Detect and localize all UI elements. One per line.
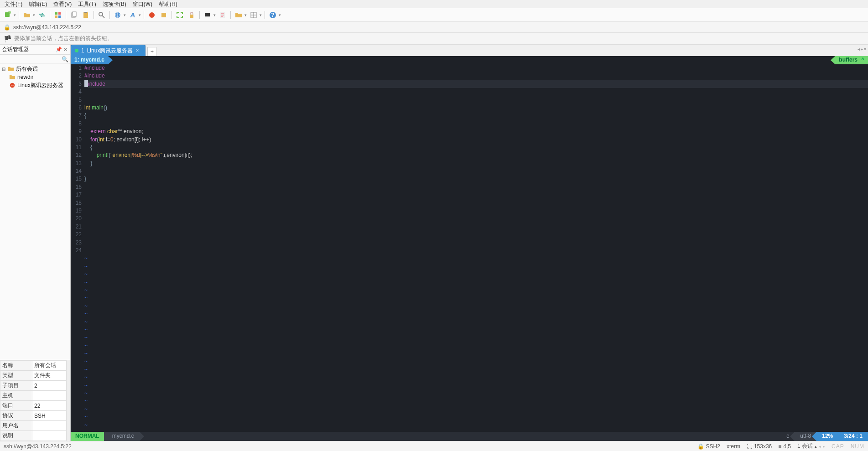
svg-rect-2: [55, 12, 57, 15]
stop-button[interactable]: [159, 10, 169, 20]
prop-children-k: 子项目: [0, 381, 32, 391]
vim-statusline: NORMAL mycmd.c c utf-8 12% 3/24 : 1: [71, 432, 868, 441]
address-bar: 🔒 ssh://wyn@43.143.224.5:22: [0, 22, 868, 33]
menu-window[interactable]: 窗口(W): [130, 0, 155, 8]
svg-rect-14: [161, 13, 166, 17]
fullscreen-button[interactable]: [175, 10, 185, 20]
add-session-icon[interactable]: 🏴: [4, 35, 11, 42]
code-area: 123456789101112131415161718192021222324 …: [71, 64, 868, 432]
editor-column: 1 Linux腾讯云服务器 × + ◂ ▸ ▾ 1: mycmd.c buffe…: [71, 45, 868, 441]
status-ssh: 🔒SSH2: [697, 443, 720, 450]
prop-port-v: 22: [32, 401, 67, 411]
status-num: NUM: [851, 443, 864, 450]
search-icon: 🔍: [62, 56, 68, 62]
tab-linuxserver[interactable]: 1 Linux腾讯云服务器 ×: [71, 45, 146, 56]
tree-root[interactable]: ⊟ 所有会话: [0, 65, 70, 73]
menu-help[interactable]: 帮助(H): [156, 0, 180, 8]
globe-button[interactable]: [113, 10, 123, 20]
terminal[interactable]: 1: mycmd.c buffers^ 12345678910111213141…: [71, 56, 868, 441]
close-icon[interactable]: ✕: [62, 47, 68, 52]
open-folder-button[interactable]: [22, 10, 32, 20]
prop-proto-v: SSH: [32, 411, 67, 421]
address-text[interactable]: ssh://wyn@43.143.224.5:22: [13, 24, 81, 31]
tabstrip: 1 Linux腾讯云服务器 × + ◂ ▸ ▾: [71, 45, 868, 56]
cursor-icon: ≡: [778, 443, 781, 450]
dropdown-icon[interactable]: ▾: [279, 13, 281, 17]
pin-icon[interactable]: 📌: [56, 47, 62, 52]
line-number-gutter: 123456789101112131415161718192021222324: [71, 64, 84, 432]
dropdown-icon[interactable]: ▾: [33, 13, 35, 17]
menu-tabs[interactable]: 选项卡(B): [100, 0, 129, 8]
prop-desc-v: [32, 431, 67, 441]
help-button[interactable]: ?: [268, 10, 278, 20]
status-cursor: ≡4,5: [778, 443, 791, 450]
dropdown-icon[interactable]: ▾: [14, 13, 16, 17]
prop-proto-k: 协议: [0, 411, 32, 421]
terminal-button[interactable]: [203, 10, 213, 20]
menu-file[interactable]: 文件(F): [2, 0, 25, 8]
svg-point-13: [149, 12, 155, 18]
tree-item-label: Linux腾讯云服务器: [17, 82, 63, 89]
session-tree: ⊟ 所有会话 newdir Linux腾讯云服务器: [0, 64, 70, 360]
prop-scrollbar[interactable]: [67, 360, 70, 441]
tab-nav: ◂ ▸ ▾: [858, 47, 866, 52]
menu-view[interactable]: 查看(V): [51, 0, 74, 8]
tree-root-label: 所有会话: [16, 65, 38, 73]
transfer-button[interactable]: [37, 10, 47, 20]
folder2-button[interactable]: [234, 10, 244, 20]
search-button[interactable]: [97, 10, 107, 20]
session-icon: [9, 82, 16, 88]
tab-close-icon[interactable]: ×: [135, 47, 139, 54]
tab-prev-icon[interactable]: ◂: [858, 47, 860, 52]
new-tab-button[interactable]: +: [147, 47, 156, 56]
chevron-up-icon: ▴: [815, 444, 817, 449]
tree-item-linuxserver[interactable]: Linux腾讯云服务器: [0, 81, 70, 89]
prop-host-v: [32, 391, 67, 401]
svg-rect-17: [205, 13, 210, 16]
prop-type-k: 类型: [0, 371, 32, 381]
tree-item-newdir[interactable]: newdir: [0, 73, 70, 81]
collapse-icon[interactable]: ⊟: [1, 67, 6, 72]
svg-rect-4: [58, 12, 61, 15]
tab-next-icon[interactable]: ▸: [861, 47, 863, 52]
dropdown-icon[interactable]: ▾: [260, 13, 262, 17]
record-button[interactable]: [147, 10, 157, 20]
caret-icon: ^: [861, 56, 864, 64]
status-sessions[interactable]: 1 会话 ▴ ◂ ▸: [797, 442, 825, 450]
sidebar: 会话管理器 📌 ✕ 🔍 ⊟ 所有会话 newdir Linux腾讯云服务器: [0, 45, 71, 441]
dropdown-icon[interactable]: ▾: [139, 13, 141, 17]
dropdown-icon[interactable]: ▾: [124, 13, 126, 17]
vim-position: 3/24 : 1: [838, 432, 868, 441]
script-button[interactable]: [218, 10, 228, 20]
code-content[interactable]: #include #include include int main(){ ex…: [84, 64, 868, 432]
copy-button[interactable]: [69, 10, 79, 20]
reconnect-button[interactable]: [53, 10, 63, 20]
buffers-indicator: buffers^: [835, 56, 868, 64]
lock-button[interactable]: [187, 10, 197, 20]
prop-port-k: 端口: [0, 401, 32, 411]
dropdown-icon[interactable]: ▾: [213, 13, 216, 17]
chevron-right-icon: ▸: [823, 444, 825, 449]
prop-name-k: 名称: [0, 361, 32, 371]
status-size: ⛶153x36: [747, 443, 772, 450]
prop-user-v: [32, 421, 67, 431]
app-statusbar: ssh://wyn@43.143.224.5:22 🔒SSH2 xterm ⛶1…: [0, 441, 868, 451]
sidebar-search[interactable]: 🔍: [0, 55, 70, 64]
svg-rect-7: [73, 12, 76, 16]
sidebar-title: 会话管理器: [2, 46, 29, 53]
menu-edit[interactable]: 编辑(E): [26, 0, 50, 8]
new-session-button[interactable]: [3, 10, 13, 20]
vim-mode: NORMAL: [71, 432, 104, 441]
font-button[interactable]: A: [128, 10, 138, 20]
layout-button[interactable]: [249, 10, 259, 20]
dropdown-icon[interactable]: ▾: [244, 13, 247, 17]
paste-button[interactable]: [81, 10, 91, 20]
prop-children-v: 2: [32, 381, 67, 391]
resize-icon: ⛶: [747, 443, 752, 450]
menu-tools[interactable]: 工具(T): [75, 0, 99, 8]
svg-point-10: [99, 12, 103, 16]
tab-menu-icon[interactable]: ▾: [864, 47, 866, 52]
prop-host-k: 主机: [0, 391, 32, 401]
folder-icon: [8, 66, 14, 72]
folder-icon: [9, 74, 16, 80]
